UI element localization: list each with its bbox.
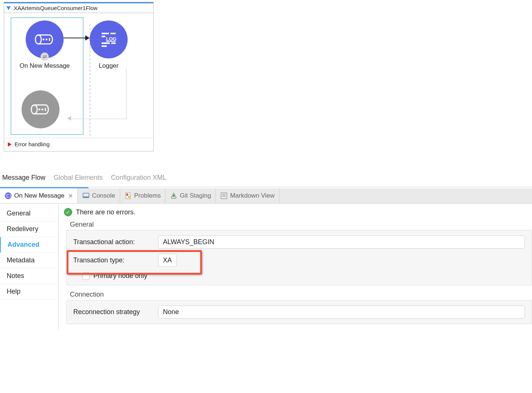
transaction-type-row: Transaction type: XA — [73, 254, 525, 267]
svg-point-12 — [31, 105, 37, 114]
return-path-line — [67, 69, 126, 119]
svg-point-14 — [42, 109, 44, 111]
return-arrow-icon — [67, 116, 71, 121]
flow-header[interactable]: XAArtemisQueueConsumer1Flow — [4, 2, 153, 13]
svg-rect-6 — [102, 36, 105, 37]
svg-point-21 — [126, 194, 128, 196]
close-icon[interactable]: ✕ — [68, 192, 73, 199]
properties-panel: General Redelivery Advanced Metadata Not… — [0, 203, 532, 329]
source-node[interactable]: ⇄ On New Message — [26, 17, 64, 70]
primary-node-label: Primary node only — [93, 272, 147, 280]
flow-title: XAArtemisQueueConsumer1Flow — [14, 5, 97, 11]
transactional-action-select[interactable]: ALWAYS_BEGIN — [158, 236, 525, 249]
tab-label: Console — [92, 192, 115, 199]
problems-icon — [125, 192, 132, 199]
primary-node-row: Primary node only — [82, 272, 525, 280]
collapse-icon[interactable] — [6, 6, 11, 10]
reconnection-select[interactable]: None — [158, 306, 525, 319]
svg-rect-23 — [172, 196, 176, 198]
status-text: There are no errors. — [76, 208, 135, 216]
tab-markdown-view[interactable]: Markdown View — [216, 188, 279, 203]
flow-container[interactable]: XAArtemisQueueConsumer1Flow ⇄ — [4, 2, 154, 151]
svg-point-1 — [43, 39, 45, 41]
connection-group: Reconnection strategy None — [66, 300, 532, 324]
console-icon — [82, 192, 90, 199]
svg-rect-5 — [110, 33, 116, 34]
general-group: Transactional action: ALWAYS_BEGIN Trans… — [66, 230, 532, 285]
tab-console[interactable]: Console — [78, 188, 120, 203]
sidebar-item-metadata[interactable]: Metadata — [0, 253, 58, 268]
git-staging-icon — [170, 192, 177, 199]
sidebar-item-advanced[interactable]: Advanced — [0, 237, 58, 253]
reconnection-label: Reconnection strategy — [73, 308, 148, 316]
svg-point-0 — [35, 35, 41, 44]
svg-rect-11 — [102, 45, 107, 47]
svg-rect-10 — [111, 42, 116, 44]
transaction-type-select[interactable]: XA — [158, 254, 177, 267]
status-row: ✓ There are no errors. — [64, 208, 532, 216]
svg-rect-9 — [102, 42, 110, 44]
tab-message-flow[interactable]: Message Flow — [2, 174, 45, 184]
exchange-badge-icon: ⇄ — [41, 52, 49, 61]
logger-icon: LOG — [90, 20, 128, 58]
properties-main: ✓ There are no errors. General Transacti… — [59, 204, 532, 329]
error-handling-label: Error handling — [15, 141, 49, 147]
svg-point-22 — [128, 196, 130, 198]
transactional-action-row: Transactional action: ALWAYS_BEGIN — [73, 236, 525, 249]
primary-node-checkbox[interactable] — [82, 272, 90, 280]
svg-rect-19 — [83, 196, 89, 198]
connector-grey-icon — [22, 90, 60, 128]
ok-check-icon: ✓ — [64, 208, 72, 216]
tab-label: Markdown View — [230, 192, 275, 199]
response-node[interactable] — [22, 87, 60, 128]
group-title-general: General — [70, 221, 532, 229]
reconnection-row: Reconnection strategy None — [73, 306, 525, 319]
tab-label: Problems — [134, 192, 161, 199]
connector-icon: ⇄ — [26, 20, 64, 58]
logger-node[interactable]: LOG Logger — [90, 17, 128, 70]
tab-problems[interactable]: Problems — [120, 188, 166, 203]
source-node-label: On New Message — [19, 62, 70, 70]
transaction-type-label: Transaction type: — [73, 256, 148, 264]
properties-sidebar: General Redelivery Advanced Metadata Not… — [0, 204, 59, 329]
canvas-tabs: Message Flow Global Elements Configurati… — [2, 174, 532, 184]
svg-rect-4 — [102, 33, 109, 34]
tabbar-filler — [279, 188, 532, 203]
svg-rect-24 — [221, 193, 227, 199]
tab-label: On New Message — [14, 192, 64, 199]
tab-global-elements[interactable]: Global Elements — [54, 174, 103, 184]
error-handling-section[interactable]: Error handling — [4, 138, 153, 151]
sidebar-item-help[interactable]: Help — [0, 284, 58, 300]
logger-node-label: Logger — [99, 62, 119, 70]
group-title-connection: Connection — [70, 291, 532, 298]
svg-point-13 — [39, 109, 41, 111]
connector-tab-icon — [4, 192, 12, 199]
flow-arrow — [64, 35, 90, 41]
lower-tabbar: On New Message ✕ Console Problems Git St… — [0, 188, 532, 203]
svg-point-2 — [46, 39, 48, 41]
tab-git-staging[interactable]: Git Staging — [166, 188, 216, 203]
tab-configuration-xml[interactable]: Configuration XML — [111, 174, 166, 184]
flow-canvas[interactable]: ⇄ On New Message LOG — [4, 13, 153, 138]
transactional-action-label: Transactional action: — [73, 238, 148, 246]
sidebar-item-notes[interactable]: Notes — [0, 268, 58, 284]
tab-label: Git Staging — [180, 192, 211, 199]
svg-text:LOG: LOG — [106, 36, 116, 42]
sidebar-item-general[interactable]: General — [0, 206, 58, 221]
tab-on-new-message[interactable]: On New Message ✕ — [0, 188, 78, 203]
markdown-icon — [220, 192, 228, 199]
sidebar-item-redelivery[interactable]: Redelivery — [0, 221, 58, 237]
expand-icon[interactable] — [8, 142, 12, 147]
